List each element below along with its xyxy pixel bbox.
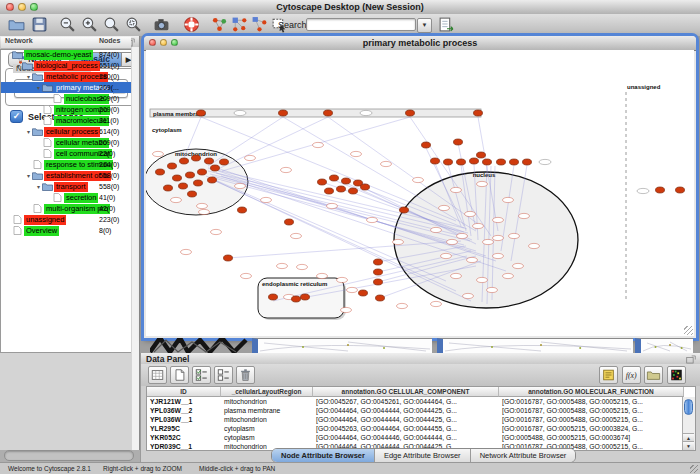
layout-icon-1[interactable] xyxy=(231,16,249,34)
table-column-header[interactable]: annotation.GO CELLULAR_COMPONENT xyxy=(313,387,499,397)
table-column-header[interactable]: _cellularLayoutRegion xyxy=(221,387,313,397)
small-node-label[interactable] xyxy=(519,213,530,218)
small-node-label[interactable] xyxy=(473,223,484,228)
small-node-label[interactable] xyxy=(199,209,210,214)
graph-node[interactable] xyxy=(474,110,483,116)
search-input[interactable] xyxy=(306,18,416,31)
open-file-icon[interactable] xyxy=(8,16,26,34)
float-data-panel-icon[interactable] xyxy=(686,355,696,364)
small-gray-label[interactable] xyxy=(234,110,246,115)
graph-node[interactable] xyxy=(406,110,415,116)
table-scroll-thumb[interactable] xyxy=(684,399,693,415)
zoom-in-icon[interactable] xyxy=(81,16,99,34)
expander-icon[interactable]: ▾ xyxy=(25,172,32,179)
graph-node[interactable] xyxy=(400,207,409,213)
small-node-label[interactable] xyxy=(197,203,208,208)
small-node-label[interactable] xyxy=(493,253,504,258)
small-node-label[interactable] xyxy=(381,161,392,166)
delete-attribute-icon[interactable] xyxy=(236,366,255,384)
small-node-label[interactable] xyxy=(503,273,514,278)
app-resize-grip[interactable] xyxy=(690,465,698,473)
save-session-icon[interactable] xyxy=(31,16,49,34)
small-node-label[interactable] xyxy=(347,287,358,292)
graph-node[interactable] xyxy=(194,180,203,186)
graph-node[interactable] xyxy=(179,183,188,189)
small-node-label[interactable] xyxy=(317,273,328,278)
graph-node[interactable] xyxy=(374,259,383,265)
expander-icon[interactable]: ▾ xyxy=(35,84,42,91)
graph-node[interactable] xyxy=(330,175,339,181)
tab-node-attribute-browser[interactable]: Node Attribute Browser xyxy=(272,449,375,462)
graph-edge[interactable] xyxy=(218,117,328,169)
formula-icon[interactable]: f(x) xyxy=(622,366,641,384)
table-column-header[interactable]: ID xyxy=(147,387,221,397)
small-node-label[interactable] xyxy=(509,233,520,238)
graph-node[interactable] xyxy=(477,152,486,158)
small-gray-label[interactable] xyxy=(360,110,372,115)
network-canvas[interactable]: plasma membranecytoplasmmitochondrionnuc… xyxy=(146,50,694,336)
graph-node[interactable] xyxy=(359,290,368,296)
graph-node[interactable] xyxy=(349,188,358,194)
graph-node[interactable] xyxy=(186,172,195,178)
small-node-label[interactable] xyxy=(447,239,458,244)
small-node-label[interactable] xyxy=(281,167,292,172)
small-node-label[interactable] xyxy=(439,205,450,210)
tree-row[interactable]: cell communicat22(0) xyxy=(1,148,131,159)
small-node-label[interactable] xyxy=(477,277,488,282)
zoom-out-icon[interactable] xyxy=(59,16,77,34)
small-node-label[interactable] xyxy=(431,227,442,232)
small-node-label[interactable] xyxy=(367,217,378,222)
search-dropdown-arrow[interactable]: ▼ xyxy=(417,18,432,33)
tree-row[interactable]: secretion41(0) xyxy=(1,192,131,203)
graph-node[interactable] xyxy=(374,269,383,275)
small-node-label[interactable] xyxy=(313,142,324,147)
tree-row[interactable]: Overview8(0) xyxy=(1,225,131,236)
small-node-label[interactable] xyxy=(337,277,348,282)
small-node-label[interactable] xyxy=(235,183,246,188)
graph-node[interactable] xyxy=(211,165,220,171)
network-window-titlebar[interactable]: primary metabolic process xyxy=(144,36,696,51)
new-attribute-icon[interactable] xyxy=(170,366,189,384)
small-gray-label[interactable] xyxy=(637,188,649,193)
tree-row[interactable]: nucleobase-209(0) xyxy=(1,93,131,104)
graph-node[interactable] xyxy=(180,158,189,164)
tree-row[interactable]: macromolecule311(0) xyxy=(1,115,131,126)
table-row[interactable]: YPL036W__1mitochondrion[GO:0044464, GO:0… xyxy=(147,415,684,424)
small-node-label[interactable] xyxy=(245,155,256,160)
graph-node[interactable] xyxy=(220,159,229,165)
tab-network-attribute-browser[interactable]: Network Attribute Browser xyxy=(471,449,576,462)
graph-node[interactable] xyxy=(197,110,206,116)
tree-row[interactable]: multi-organism pro42(0) xyxy=(1,203,131,214)
small-node-label[interactable] xyxy=(503,197,514,202)
small-node-label[interactable] xyxy=(297,264,308,269)
small-node-label[interactable] xyxy=(351,151,362,156)
tree-row[interactable]: cellular metabo209(0) xyxy=(1,137,131,148)
matrix-icon[interactable] xyxy=(667,366,686,384)
network-resize-grip[interactable] xyxy=(684,326,693,335)
graph-node[interactable] xyxy=(325,188,334,194)
small-node-label[interactable] xyxy=(451,187,462,192)
tree-row[interactable]: ▾cellular process614(0) xyxy=(1,126,131,137)
tab-edge-attribute-browser[interactable]: Edge Attribute Browser xyxy=(375,449,471,462)
expander-icon[interactable]: ▾ xyxy=(25,73,32,80)
graph-node[interactable] xyxy=(376,295,385,301)
expander-icon[interactable]: ▾ xyxy=(35,183,42,190)
small-node-label[interactable] xyxy=(529,243,540,248)
tree-row[interactable]: ▾transport558(0) xyxy=(1,181,131,192)
graph-node[interactable] xyxy=(205,158,214,164)
small-node-label[interactable] xyxy=(457,233,468,238)
expander-icon[interactable]: ▾ xyxy=(25,128,32,135)
small-node-label[interactable] xyxy=(153,151,164,156)
small-node-label[interactable] xyxy=(441,253,452,258)
graph-node[interactable] xyxy=(324,110,333,116)
graph-node[interactable] xyxy=(164,185,173,191)
graph-node[interactable] xyxy=(279,110,288,116)
vizmapper-icon[interactable] xyxy=(211,16,229,34)
graph-node[interactable] xyxy=(198,169,207,175)
small-node-label[interactable] xyxy=(463,293,474,298)
graph-node[interactable] xyxy=(224,255,233,261)
small-node-label[interactable] xyxy=(211,229,222,234)
table-row[interactable]: YPL036W__2plasma membrane[GO:0044464, GO… xyxy=(147,406,684,415)
graph-node[interactable] xyxy=(269,294,278,300)
table-row[interactable]: YKR052Ccytoplasm[GO:0044464, GO:0044446,… xyxy=(147,433,684,442)
